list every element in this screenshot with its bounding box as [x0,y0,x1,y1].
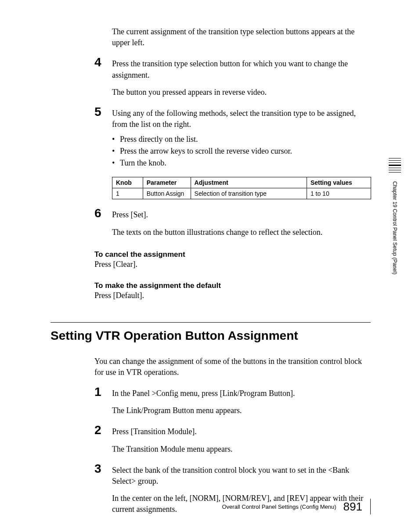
table-header: Parameter [143,177,191,188]
step-number-2: 2 [94,424,112,437]
bullet-text: Press the arrow keys to scroll the rever… [120,145,292,157]
page-footer: Overall Control Panel Settings (Config M… [222,499,371,514]
step-4-text: Press the transition type selection butt… [112,56,371,80]
table-cell: 1 [112,188,143,199]
vstep-1-follow: The Link/Program Button menu appears. [112,405,371,416]
bullet-icon: • [112,133,120,145]
default-text: Press [Default]. [94,291,371,300]
table-header: Knob [112,177,143,188]
vstep-2-follow: The Transition Module menu appears. [112,444,371,455]
section-intro: You can change the assignment of some of… [94,356,371,378]
table-header-row: Knob Parameter Adjustment Setting values [112,177,371,188]
step-5-bullets: •Press directly on the list. •Press the … [112,133,371,169]
bullet-text: Turn the knob. [120,157,166,169]
bullet-icon: • [112,145,120,157]
step-number-6: 6 [94,207,112,220]
section-heading: Setting VTR Operation Button Assignment [51,322,371,343]
page-number: 891 [343,500,362,514]
vstep-1-text: In the Panel >Config menu, press [Link/P… [112,386,295,399]
table-cell: Button Assign [143,188,191,199]
bullet-icon: • [112,157,120,169]
step-6-text: Press [Set]. [112,207,148,220]
table-header: Setting values [307,177,371,188]
side-tab: Chapter 19 Control Panel Setup (Panel) [392,158,398,274]
step-4-follow: The button you pressed appears in revers… [112,87,371,98]
vstep-2-text: Press [Transition Module]. [112,424,197,437]
thumb-index-icon [392,158,398,173]
table-cell: Selection of transition type [191,188,307,199]
vstep-3-text: Select the bank of the transition contro… [112,463,371,487]
step-6-follow: The texts on the button illustrations ch… [112,227,371,238]
cancel-text: Press [Clear]. [94,260,371,269]
step-number-3: 3 [94,463,112,487]
table-cell: 1 to 10 [307,188,371,199]
side-chapter-label: Chapter 19 Control Panel Setup (Panel) [392,181,398,274]
table-row: 1 Button Assign Selection of transition … [112,188,371,199]
parameter-table: Knob Parameter Adjustment Setting values… [112,177,371,199]
intro-paragraph: The current assignment of the transition… [112,26,371,48]
step-number-1: 1 [94,386,112,399]
cancel-heading: To cancel the assignment [94,250,371,259]
step-number-4: 4 [94,56,112,80]
table-header: Adjustment [191,177,307,188]
footer-section-label: Overall Control Panel Settings (Config M… [222,503,336,510]
bullet-text: Press directly on the list. [120,133,198,145]
step-number-5: 5 [94,106,112,130]
step-5-text: Using any of the following methods, sele… [112,106,371,130]
default-heading: To make the assignment the default [94,281,371,290]
